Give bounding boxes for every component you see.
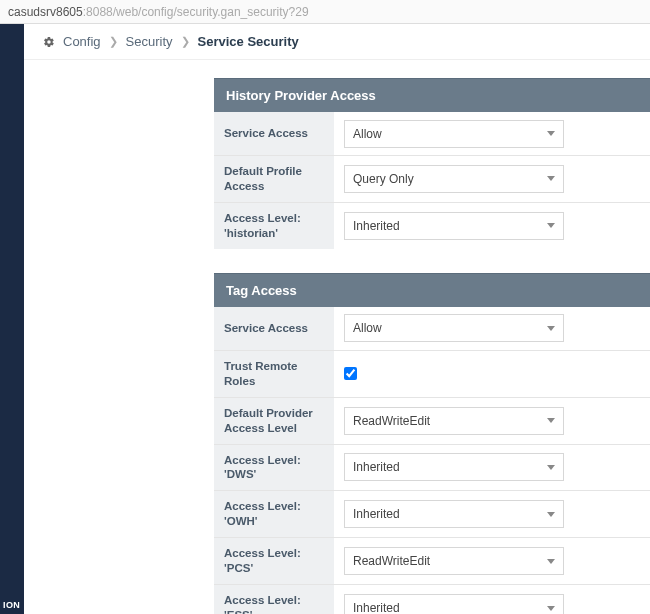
select-value: Inherited bbox=[353, 219, 400, 233]
select-value: Inherited bbox=[353, 460, 400, 474]
section-header: Tag Access bbox=[214, 273, 650, 307]
field-label: Access Level: 'OWH' bbox=[214, 491, 334, 537]
chevron-down-icon bbox=[547, 326, 555, 331]
trust-remote-roles-checkbox[interactable] bbox=[344, 367, 357, 380]
select-value: ReadWriteEdit bbox=[353, 554, 430, 568]
left-nav-rail: ION bbox=[0, 24, 24, 614]
section-header: History Provider Access bbox=[214, 78, 650, 112]
section-history-provider-access: History Provider Access Service Access A… bbox=[214, 78, 650, 249]
breadcrumb-item-config[interactable]: Config bbox=[63, 34, 101, 49]
service-access-select[interactable]: Allow bbox=[344, 120, 564, 148]
access-level-ess-select[interactable]: Inherited bbox=[344, 594, 564, 614]
row-access-level-owh: Access Level: 'OWH' Inherited bbox=[214, 491, 650, 538]
access-level-historian-select[interactable]: Inherited bbox=[344, 212, 564, 240]
select-value: ReadWriteEdit bbox=[353, 414, 430, 428]
row-default-profile-access: Default Profile Access Query Only bbox=[214, 156, 650, 203]
chevron-right-icon: ❯ bbox=[109, 35, 118, 48]
field-label: Access Level: 'ESS' bbox=[214, 585, 334, 614]
chevron-down-icon bbox=[547, 418, 555, 423]
chevron-right-icon: ❯ bbox=[181, 35, 190, 48]
field-label: Default Profile Access bbox=[214, 156, 334, 202]
row-access-level-ess: Access Level: 'ESS' Inherited bbox=[214, 585, 650, 614]
row-access-level-dws: Access Level: 'DWS' Inherited bbox=[214, 445, 650, 492]
url-host: casudsrv8605 bbox=[8, 5, 83, 19]
default-profile-access-select[interactable]: Query Only bbox=[344, 165, 564, 193]
row-default-provider-access-level: Default Provider Access Level ReadWriteE… bbox=[214, 398, 650, 445]
url-rest: :8088/web/config/security.gan_security?2… bbox=[83, 5, 309, 19]
field-label: Default Provider Access Level bbox=[214, 398, 334, 444]
breadcrumb-current: Service Security bbox=[198, 34, 299, 49]
chevron-down-icon bbox=[547, 606, 555, 611]
breadcrumb-item-security[interactable]: Security bbox=[126, 34, 173, 49]
chevron-down-icon bbox=[547, 512, 555, 517]
row-service-access: Service Access Allow bbox=[214, 307, 650, 351]
select-value: Query Only bbox=[353, 172, 414, 186]
field-label: Trust Remote Roles bbox=[214, 351, 334, 397]
select-value: Inherited bbox=[353, 507, 400, 521]
field-label: Service Access bbox=[214, 112, 334, 155]
select-value: Allow bbox=[353, 321, 382, 335]
chevron-down-icon bbox=[547, 559, 555, 564]
select-value: Allow bbox=[353, 127, 382, 141]
default-provider-access-level-select[interactable]: ReadWriteEdit bbox=[344, 407, 564, 435]
gear-icon bbox=[42, 35, 55, 48]
browser-url-bar: casudsrv8605:8088/web/config/security.ga… bbox=[0, 0, 650, 24]
field-label: Access Level: 'DWS' bbox=[214, 445, 334, 491]
breadcrumb: Config ❯ Security ❯ Service Security bbox=[24, 24, 650, 60]
chevron-down-icon bbox=[547, 176, 555, 181]
field-label: Access Level: 'PCS' bbox=[214, 538, 334, 584]
section-tag-access: Tag Access Service Access Allow Trust Re… bbox=[214, 273, 650, 614]
row-access-level-historian: Access Level: 'historian' Inherited bbox=[214, 203, 650, 249]
content-area: History Provider Access Service Access A… bbox=[24, 60, 650, 614]
chevron-down-icon bbox=[547, 223, 555, 228]
tag-service-access-select[interactable]: Allow bbox=[344, 314, 564, 342]
field-label: Access Level: 'historian' bbox=[214, 203, 334, 249]
access-level-dws-select[interactable]: Inherited bbox=[344, 453, 564, 481]
chevron-down-icon bbox=[547, 131, 555, 136]
chevron-down-icon bbox=[547, 465, 555, 470]
select-value: Inherited bbox=[353, 601, 400, 614]
access-level-pcs-select[interactable]: ReadWriteEdit bbox=[344, 547, 564, 575]
access-level-owh-select[interactable]: Inherited bbox=[344, 500, 564, 528]
row-access-level-pcs: Access Level: 'PCS' ReadWriteEdit bbox=[214, 538, 650, 585]
rail-brand-text: ION bbox=[3, 600, 20, 610]
field-label: Service Access bbox=[214, 307, 334, 350]
row-service-access: Service Access Allow bbox=[214, 112, 650, 156]
row-trust-remote-roles: Trust Remote Roles bbox=[214, 351, 650, 398]
